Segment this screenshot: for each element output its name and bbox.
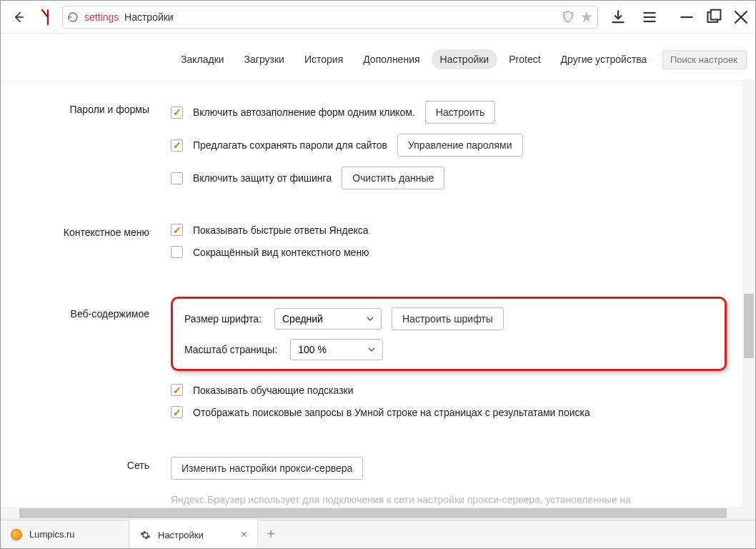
tab-label: Lumpics.ru — [29, 529, 75, 540]
chevron-down-icon — [368, 347, 375, 352]
new-tab-button[interactable]: + — [258, 520, 284, 548]
tab-close-icon[interactable]: × — [241, 528, 247, 541]
toolbar-right-icons — [604, 9, 664, 26]
nav-other-devices[interactable]: Другие устройства — [552, 49, 656, 69]
checkbox-hints[interactable] — [171, 384, 183, 396]
tab-lumpics[interactable]: Lumpics.ru — [1, 520, 129, 548]
svg-rect-6 — [711, 9, 721, 19]
yandex-logo-icon[interactable] — [36, 9, 56, 26]
checkbox-short-menu[interactable] — [171, 246, 183, 258]
maximize-button[interactable] — [705, 9, 722, 26]
label-quick-answers: Показывать быстрые ответы Яндекса — [193, 224, 369, 236]
vertical-scrollbar-thumb[interactable] — [744, 294, 754, 358]
chevron-down-icon — [367, 317, 374, 321]
reload-icon[interactable] — [67, 11, 79, 23]
checkbox-smart-line[interactable] — [171, 406, 183, 418]
select-page-zoom-value: 100 % — [298, 344, 327, 355]
button-autofill-configure[interactable]: Настроить — [425, 101, 495, 124]
button-configure-fonts[interactable]: Настроить шрифты — [392, 307, 504, 330]
highlighted-settings-box: Размер шрифта: Средний Настроить шрифты … — [171, 297, 727, 371]
downloads-icon[interactable] — [610, 9, 627, 26]
button-proxy-settings[interactable]: Изменить настройки прокси-сервера — [171, 457, 363, 480]
button-manage-passwords[interactable]: Управление паролями — [397, 134, 523, 157]
nav-bookmarks[interactable]: Закладки — [172, 49, 233, 69]
vertical-scrollbar-track[interactable] — [742, 79, 755, 507]
settings-search-input[interactable] — [662, 50, 747, 69]
lumpics-favicon-icon — [11, 529, 22, 540]
label-font-size: Размер шрифта: — [184, 313, 262, 325]
tab-label: Настройки — [158, 530, 204, 540]
label-phishing: Включить защиту от фишинга — [193, 172, 332, 184]
nav-addons[interactable]: Дополнения — [354, 49, 428, 69]
address-text: settings Настройки — [84, 11, 174, 23]
checkbox-save-passwords[interactable] — [171, 139, 183, 152]
close-window-button[interactable] — [732, 9, 750, 26]
nav-settings[interactable]: Настройки — [432, 49, 498, 69]
section-title-passwords: Пароли и формы — [1, 101, 171, 189]
section-web-content: Веб-содержимое Размер шрифта: Средний На… — [1, 268, 755, 428]
settings-nav-items: Закладки Загрузки История Дополнения Нас… — [172, 49, 655, 69]
settings-content: Пароли и формы Включить автозаполнение ф… — [1, 79, 755, 507]
section-network: Сеть Изменить настройки прокси-сервера Я… — [1, 428, 755, 507]
nav-protect[interactable]: Protect — [500, 49, 549, 69]
protect-shield-icon[interactable] — [562, 11, 575, 24]
nav-downloads[interactable]: Загрузки — [236, 49, 293, 69]
button-clear-data[interactable]: Очистить данные — [342, 167, 444, 189]
checkbox-quick-answers[interactable] — [171, 224, 183, 236]
label-short-menu: Сокращённый вид контекстного меню — [193, 247, 369, 258]
select-page-zoom[interactable]: 100 % — [290, 339, 383, 360]
gear-icon — [139, 529, 151, 540]
network-note-text: Яндекс.Браузер использует для подключени… — [171, 490, 727, 505]
minimize-button[interactable] — [678, 9, 695, 26]
window-controls — [670, 9, 750, 26]
browser-toolbar: settings Настройки — [1, 1, 755, 34]
menu-icon[interactable] — [641, 9, 658, 26]
section-title-network: Сеть — [1, 457, 171, 505]
label-smart-line: Отображать поисковые запросы в Умной стр… — [193, 407, 590, 418]
label-hints: Показывать обучающие подсказки — [193, 385, 354, 396]
label-save-passwords: Предлагать сохранять пароли для сайтов — [193, 139, 387, 151]
nav-history[interactable]: История — [296, 49, 352, 69]
label-page-zoom: Масштаб страницы: — [184, 344, 277, 355]
back-button[interactable] — [6, 5, 31, 29]
section-context-menu: Контекстное меню Показывать быстрые отве… — [1, 199, 755, 268]
section-title-context: Контекстное меню — [1, 224, 171, 258]
tab-settings[interactable]: Настройки × — [129, 520, 258, 548]
horizontal-scrollbar-thumb[interactable] — [19, 508, 727, 518]
section-title-web: Веб-содержимое — [1, 297, 171, 418]
bookmark-star-icon[interactable] — [580, 11, 593, 24]
label-autofill: Включить автозаполнение форм одним клико… — [193, 107, 415, 118]
checkbox-phishing[interactable] — [171, 172, 183, 184]
select-font-size[interactable]: Средний — [274, 308, 382, 330]
settings-nav: Закладки Загрузки История Дополнения Нас… — [1, 34, 755, 81]
section-passwords: Пароли и формы Включить автозаполнение ф… — [1, 79, 755, 199]
tab-strip: Lumpics.ru Настройки × + — [1, 520, 755, 548]
select-font-size-value: Средний — [282, 313, 323, 325]
checkbox-autofill[interactable] — [171, 107, 183, 119]
address-bar[interactable]: settings Настройки — [62, 6, 598, 29]
